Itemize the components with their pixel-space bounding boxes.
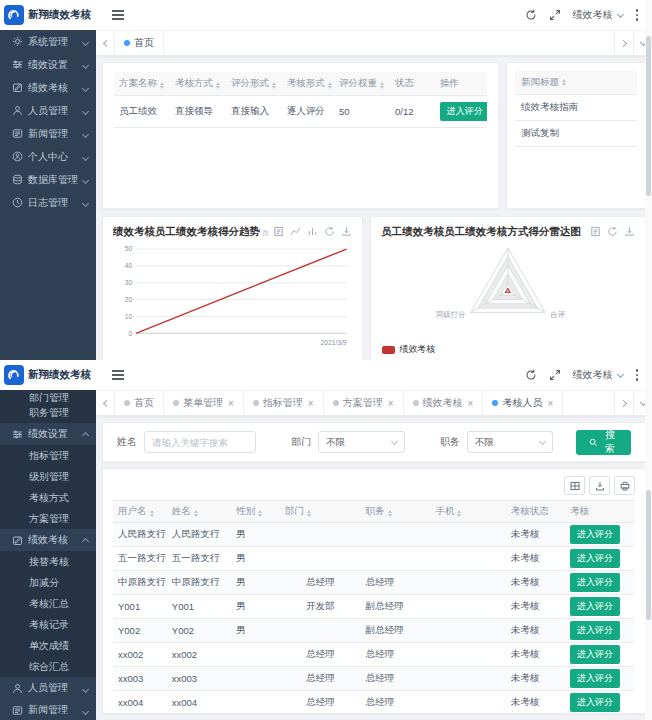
job-select[interactable]: 不限 (467, 431, 553, 453)
hamburger-icon[interactable] (112, 370, 124, 380)
sort-icon[interactable] (194, 510, 198, 517)
kebab-icon[interactable] (634, 369, 641, 381)
sidebar-item-takeover-review[interactable]: 接替考核 (0, 551, 96, 572)
sidebar-item-perf-review[interactable]: 绩效考核 (0, 76, 96, 99)
enter-score-button[interactable]: 进入评分 (570, 645, 620, 664)
sidebar-item-review-method[interactable]: 考核方式 (0, 487, 96, 508)
sidebar-item-news[interactable]: 新闻管理 (0, 122, 96, 145)
table-row[interactable]: 中原路支行 中原路支行 男 总经理 总经理 未考核 进入评分 (113, 571, 635, 595)
tabs-scroll-right-icon[interactable] (614, 31, 633, 55)
export-icon[interactable] (589, 476, 610, 495)
sidebar-item-database[interactable]: 数据库管理 (0, 168, 96, 191)
sort-icon[interactable] (160, 82, 164, 89)
save-image-icon[interactable] (624, 226, 635, 237)
tab[interactable]: 考核人员 × (483, 391, 563, 415)
column-header[interactable]: 状态 (390, 72, 435, 96)
sidebar-item-review-records[interactable]: 考核记录 (0, 614, 96, 635)
column-header[interactable]: 手机 (430, 501, 505, 523)
user-dropdown[interactable]: 绩效考核 (573, 368, 623, 382)
enter-score-button[interactable]: 进入评分 (570, 693, 620, 712)
sort-icon[interactable] (150, 510, 154, 517)
enter-score-button[interactable]: 进入评分 (570, 597, 620, 616)
table-row[interactable]: 人民路支行 人民路支行 男 未考核 进入评分 (113, 523, 635, 547)
tabs-scroll-left-icon[interactable] (96, 31, 115, 55)
close-icon[interactable]: × (308, 398, 314, 409)
name-search-input[interactable] (144, 431, 256, 453)
sidebar-item-single-score[interactable]: 单次成绩 (0, 635, 96, 656)
close-icon[interactable]: × (228, 398, 234, 409)
restore-icon[interactable] (607, 226, 618, 237)
news-column-header[interactable]: 新闻标题 (515, 71, 637, 95)
table-row[interactable]: xx003 xx003 总经理 总经理 未考核 进入评分 (113, 667, 635, 691)
sidebar-item-bonus-penalty[interactable]: 加减分 (0, 572, 96, 593)
column-header[interactable]: 性别 (231, 501, 279, 523)
save-image-icon[interactable] (341, 226, 352, 237)
sort-icon[interactable] (388, 510, 392, 517)
chart-legend[interactable]: 绩效考核 (382, 343, 435, 356)
tab[interactable]: 首页 × (115, 391, 164, 415)
sidebar-item-indicator-mgmt[interactable]: 指标管理 (0, 445, 96, 466)
sort-icon[interactable] (258, 510, 262, 517)
sidebar-item-review-summary[interactable]: 考核汇总 (0, 593, 96, 614)
enter-score-button[interactable]: 进入评分 (440, 102, 487, 121)
data-view-icon[interactable] (273, 226, 284, 237)
sort-icon[interactable] (272, 82, 276, 89)
sidebar-item-logs[interactable]: 日志管理 (0, 191, 96, 214)
hamburger-icon[interactable] (112, 10, 124, 20)
sort-icon[interactable] (562, 79, 566, 86)
enter-score-button[interactable]: 进入评分 (570, 621, 620, 640)
dept-select[interactable]: 不限 (318, 431, 404, 453)
user-dropdown[interactable]: 绩效考核 (573, 8, 623, 22)
line-chart[interactable]: 010203040502021/3/9 (113, 239, 352, 351)
sort-icon[interactable] (307, 510, 311, 517)
tabs-scroll-right-icon[interactable] (614, 391, 633, 415)
tab[interactable]: 首页 × (115, 31, 164, 55)
app-logo[interactable]: 新翔绩效考核 (0, 0, 96, 30)
sidebar-item-job-mgmt[interactable]: 职务管理 (0, 402, 96, 423)
sort-icon[interactable] (328, 82, 332, 89)
sidebar-item-perf-settings[interactable]: 绩效设置 (0, 53, 96, 76)
sidebar-item-personnel[interactable]: 人员管理 (0, 677, 96, 699)
news-item[interactable]: 绩效考核指南 (515, 95, 637, 121)
sidebar-item-profile[interactable]: 个人中心 (0, 145, 96, 168)
refresh-icon[interactable] (525, 369, 538, 382)
tab[interactable]: 指标管理 × (244, 391, 324, 415)
sort-icon[interactable] (216, 82, 220, 89)
close-icon[interactable]: × (547, 398, 553, 409)
sidebar-item-system[interactable]: 系统管理 (0, 30, 96, 53)
tabs-scroll-left-icon[interactable] (96, 391, 115, 415)
sort-icon[interactable] (457, 510, 461, 517)
sidebar-item-level-mgmt[interactable]: 级别管理 (0, 466, 96, 487)
line-toggle-icon[interactable] (290, 226, 301, 237)
scrollbar[interactable] (645, 360, 652, 720)
sidebar-item-plan-mgmt[interactable]: 方案管理 (0, 508, 96, 529)
column-header[interactable]: 职务 (361, 501, 431, 523)
restore-icon[interactable] (324, 226, 335, 237)
close-icon[interactable]: × (468, 398, 474, 409)
enter-score-button[interactable]: 进入评分 (570, 669, 620, 688)
data-view-icon[interactable] (590, 226, 601, 237)
table-row[interactable]: xx002 xx002 总经理 总经理 未考核 进入评分 (113, 643, 635, 667)
tab[interactable]: 绩效考核 × (404, 391, 484, 415)
close-icon[interactable]: × (388, 398, 394, 409)
sidebar-item-overall-summary[interactable]: 综合汇总 (0, 656, 96, 677)
column-header[interactable]: 部门 (280, 501, 361, 523)
column-header[interactable]: 考核方式 (170, 72, 226, 96)
tab[interactable]: 方案管理 × (324, 391, 404, 415)
table-row[interactable]: Y001 Y001 男 开发部 副总经理 未考核 进入评分 (113, 595, 635, 619)
print-icon[interactable] (614, 476, 635, 495)
column-header[interactable]: 评分权重 (334, 72, 390, 96)
sidebar-item-personnel[interactable]: 人员管理 (0, 99, 96, 122)
scrollbar[interactable] (645, 0, 652, 360)
refresh-icon[interactable] (525, 9, 538, 22)
fullscreen-icon[interactable] (549, 9, 562, 22)
search-button[interactable]: 搜索 (576, 430, 631, 455)
sidebar-item-dept[interactable]: 部门管理 (0, 390, 96, 402)
table-row[interactable]: xx004 xx004 总经理 总经理 未考核 进入评分 (113, 691, 635, 715)
scrollbar-thumb[interactable] (646, 490, 651, 620)
news-item[interactable]: 测试复制 (515, 121, 637, 147)
sidebar-item-news[interactable]: 新闻管理 (0, 699, 96, 720)
sidebar-item-perf-settings[interactable]: 绩效设置 (0, 423, 96, 445)
grid-icon[interactable] (564, 476, 585, 495)
bar-toggle-icon[interactable] (307, 226, 318, 237)
